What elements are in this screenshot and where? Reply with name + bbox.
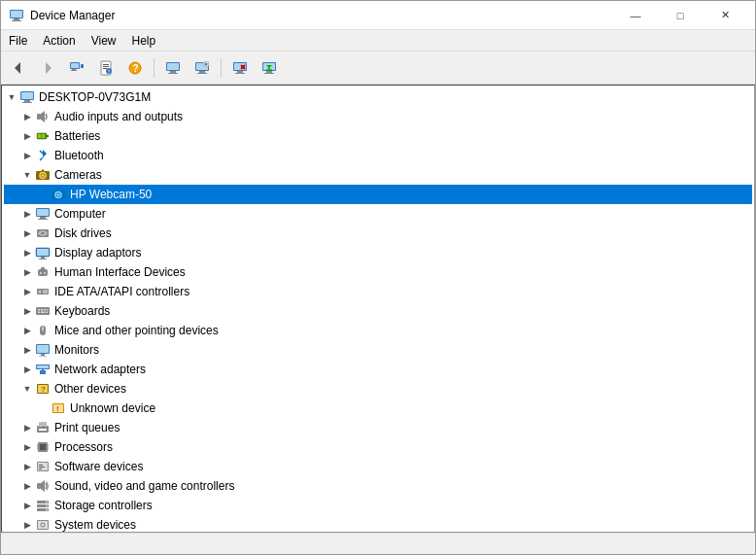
svg-rect-96 [39,356,47,357]
hp-webcam-icon [51,187,66,202]
tree-item-monitors[interactable]: ▶ Monitors [4,340,752,360]
svg-rect-85 [44,309,46,311]
tree-item-processors[interactable]: ▶ Processors [4,437,752,457]
toolbar-properties-button[interactable]: ? [92,55,120,81]
display-adaptors-toggle[interactable]: ▶ [19,245,35,260]
hid-toggle[interactable]: ▶ [19,264,35,280]
storage-toggle[interactable]: ▶ [19,498,35,513]
menu-action[interactable]: Action [35,30,83,51]
cameras-icon [35,167,51,183]
svg-rect-32 [235,73,245,74]
tree-item-audio[interactable]: ▶ Audio inputs and outputs [4,107,752,126]
content-area: ▼ DESKTOP-0V73G1M ▶ Audio inputs and out… [1,85,755,533]
maximize-button[interactable]: □ [658,1,703,30]
toolbar-uninstall-button[interactable] [226,55,254,81]
ide-icon [35,284,51,299]
svg-rect-89 [46,312,48,314]
minimize-button[interactable]: — [613,1,658,30]
svg-rect-84 [41,309,43,311]
status-bar [1,533,755,554]
toolbar-show-hidden-button[interactable] [189,55,216,81]
other-devices-label: Other devices [54,382,126,396]
sound-icon [35,478,51,494]
toolbar-back-button[interactable] [5,55,32,81]
tree-item-system[interactable]: ▶ System devices [4,515,752,533]
tree-item-unknown[interactable]: ! Unknown device [4,399,752,418]
tree-item-other-devices[interactable]: ▼ ? Other devices [4,379,752,399]
svg-rect-97 [40,370,46,374]
device-manager-window: Device Manager — □ ✕ File Action View He… [0,0,756,555]
help-icon: ? [127,60,143,76]
ide-toggle[interactable]: ▶ [19,284,35,299]
sound-toggle[interactable]: ▶ [19,478,35,494]
mice-label: Mice and other pointing devices [54,324,219,337]
svg-rect-65 [37,209,49,216]
menu-help[interactable]: Help [124,30,164,51]
sound-label: Sound, video and game controllers [54,479,234,493]
svg-rect-37 [266,71,272,73]
tree-item-bluetooth[interactable]: ▶ Bluetooth [4,146,752,165]
toolbar-device-manager-button[interactable] [63,55,90,81]
disk-drives-icon [35,225,51,241]
menu-view[interactable]: View [84,30,124,51]
tree-item-sound[interactable]: ▶ Sound, video and game controllers [4,476,752,496]
network-toggle[interactable]: ▶ [19,362,35,377]
svg-rect-95 [41,354,45,356]
svg-rect-2 [14,18,19,20]
svg-rect-45 [22,102,32,103]
toolbar-forward-button[interactable] [34,55,61,81]
processors-toggle[interactable]: ▶ [19,439,35,455]
bluetooth-toggle[interactable]: ▶ [19,148,35,163]
mice-toggle[interactable]: ▶ [19,323,35,338]
toolbar-scan-button[interactable] [256,55,283,81]
svg-rect-50 [38,134,41,138]
storage-icon [35,498,51,513]
cameras-toggle[interactable]: ▼ [19,167,35,183]
tree-item-batteries[interactable]: ▶ Batteries [4,126,752,146]
svg-rect-7 [71,63,79,68]
batteries-toggle[interactable]: ▶ [19,128,35,144]
tree-item-print-queues[interactable]: ▶ Print queues [4,418,752,437]
toolbar-computer-button[interactable] [159,55,187,81]
monitors-toggle[interactable]: ▶ [19,342,35,358]
svg-rect-83 [38,309,40,311]
root-toggle[interactable]: ▼ [4,89,19,105]
close-button[interactable]: ✕ [703,1,747,30]
svg-rect-13 [103,66,109,67]
tree-item-disk-drives[interactable]: ▶ Disk drives [4,224,752,243]
processors-label: Processors [54,440,113,454]
properties-icon: ? [98,60,114,76]
svg-rect-10 [81,64,84,68]
tree-item-storage[interactable]: ▶ Storage controllers [4,496,752,515]
tree-item-display-adaptors[interactable]: ▶ Display adaptors [4,243,752,262]
tree-item-software-devices[interactable]: ▶ Software devices [4,457,752,476]
svg-point-63 [57,193,60,196]
tree-item-cameras[interactable]: ▼ Cameras [4,165,752,185]
tree-item-network[interactable]: ▶ Network adapters [4,360,752,379]
audio-toggle[interactable]: ▶ [19,109,35,124]
computer-toggle[interactable]: ▶ [19,206,35,222]
svg-point-130 [46,505,48,507]
tree-item-mice[interactable]: ▶ Mice and other pointing devices [4,321,752,340]
tree-item-hid[interactable]: ▶ Human Interface Devices [4,262,752,282]
tree-item-ide[interactable]: ▶ IDE ATA/ATAPI controllers [4,282,752,301]
tree-item-computer[interactable]: ▶ Computer [4,204,752,224]
toolbar-help-button[interactable]: ? [121,55,149,81]
software-devices-toggle[interactable]: ▶ [19,459,35,474]
storage-label: Storage controllers [54,499,153,512]
keyboards-toggle[interactable]: ▶ [19,303,35,319]
disk-drives-toggle[interactable]: ▶ [19,225,35,241]
other-devices-toggle[interactable]: ▼ [19,381,35,397]
system-toggle[interactable]: ▶ [19,517,35,533]
svg-point-92 [42,328,44,330]
window-title: Device Manager [30,9,115,22]
svg-rect-25 [199,71,205,73]
software-devices-label: Software devices [54,460,143,473]
tree-root[interactable]: ▼ DESKTOP-0V73G1M [4,87,752,107]
tree-item-keyboards[interactable]: ▶ Keyboards [4,301,752,321]
menu-file[interactable]: File [1,30,35,51]
svg-rect-87 [38,312,40,314]
print-queues-toggle[interactable]: ▶ [19,420,35,435]
device-tree[interactable]: ▼ DESKTOP-0V73G1M ▶ Audio inputs and out… [1,85,755,533]
tree-item-hp-webcam[interactable]: HP Webcam-50 [4,185,752,204]
